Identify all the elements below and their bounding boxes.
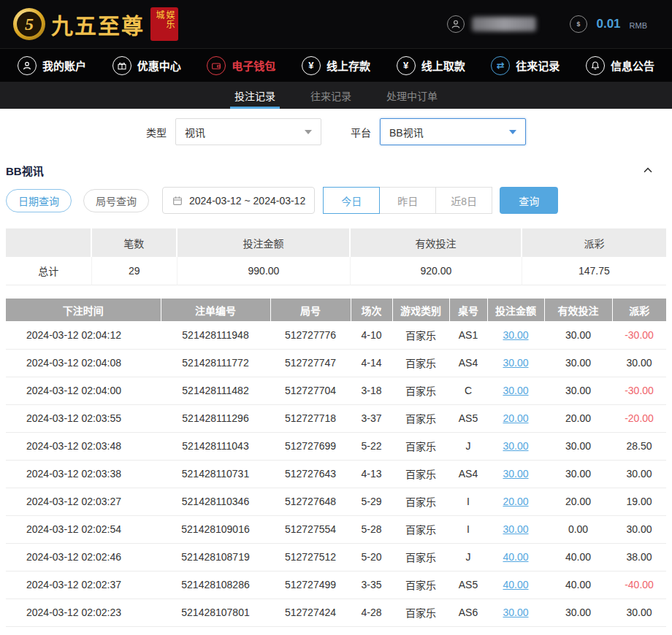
cell-game-type: 百家乐 <box>392 432 449 460</box>
cell-bet-amount[interactable]: 30.00 <box>487 377 544 404</box>
nav-item-announcements[interactable]: 信息公告 <box>586 56 654 75</box>
section-title: BB视讯 <box>6 163 44 178</box>
round-query-button[interactable]: 局号查询 <box>83 189 149 212</box>
table-row: 2024-03-12 02:03:55521428111296512727718… <box>6 404 666 432</box>
cell-round-no: 512727554 <box>270 515 351 543</box>
summary-total-row: 总计 29 990.00 920.00 147.75 <box>6 257 666 285</box>
cell-session: 5-22 <box>351 432 392 460</box>
filter-row: 类型 视讯 平台 BB视讯 <box>0 109 672 155</box>
tab-transaction-records[interactable]: 往来记录 <box>309 82 353 109</box>
header-bet-id: 注单编号 <box>161 299 270 321</box>
table-row: 2024-03-12 02:03:48521428111043512727699… <box>6 432 666 460</box>
nav-item-promotions[interactable]: 优惠中心 <box>112 56 181 75</box>
cell-payout: 19.00 <box>612 488 666 515</box>
table-row: 2024-03-12 02:02:54521428109016512727554… <box>6 515 666 543</box>
cell-round-no: 512727747 <box>270 349 351 377</box>
platform-label: 平台 <box>351 125 371 139</box>
wallet-icon <box>207 56 226 75</box>
cell-table-no: AS4 <box>449 460 487 488</box>
cell-valid-bet: 40.00 <box>544 571 612 599</box>
cell-game-type: 百家乐 <box>392 543 449 571</box>
date-range-input[interactable]: 2024-03-12 ~ 2024-03-12 <box>162 187 315 214</box>
cell-bet-id: 521428111948 <box>161 321 270 349</box>
nav-label: 往来记录 <box>516 58 560 73</box>
cell-bet-amount[interactable]: 20.00 <box>487 488 544 515</box>
cell-valid-bet: 0.00 <box>544 515 612 543</box>
cell-bet-amount[interactable]: 30.00 <box>487 321 544 349</box>
cell-bet-id: 521428110346 <box>161 488 270 515</box>
nav-label: 信息公告 <box>611 58 654 73</box>
tab-bet-records[interactable]: 投注记录 <box>233 82 277 109</box>
cell-session: 5-28 <box>351 515 392 543</box>
cell-round-no: 512727699 <box>270 432 351 460</box>
nav-item-ewallet[interactable]: 电子钱包 <box>207 56 275 75</box>
cell-bet-id: 521428109016 <box>161 515 270 543</box>
withdraw-icon: ¥ <box>397 56 416 75</box>
nav-item-my-account[interactable]: 我的账户 <box>18 56 86 75</box>
tab-processing-orders[interactable]: 处理中订单 <box>385 82 439 109</box>
cell-bet-amount[interactable]: 30.00 <box>487 599 544 626</box>
brand-badge: 娱乐城 <box>150 7 178 41</box>
main-nav: 我的账户 优惠中心 电子钱包 ¥ 线上存款 ¥ 线上取款 ⇄ 往来记录 信息公告 <box>0 48 672 82</box>
yesterday-button[interactable]: 昨日 <box>379 187 436 214</box>
cell-table-no: I <box>449 515 487 543</box>
summary-header-count: 笔数 <box>92 228 178 257</box>
cell-bet-id: 521428108719 <box>161 543 270 571</box>
cell-session: 3-35 <box>351 571 392 599</box>
header-valid-bet: 有效投注 <box>544 299 612 321</box>
cell-bet-amount[interactable]: 30.00 <box>487 432 544 460</box>
site-logo[interactable]: 5 九五至尊 娱乐城 <box>13 7 178 41</box>
cell-bet-amount[interactable]: 30.00 <box>487 515 544 543</box>
nav-label: 电子钱包 <box>232 58 275 73</box>
type-select[interactable]: 视讯 <box>175 118 321 145</box>
deposit-icon: ¥ <box>302 56 321 75</box>
cell-valid-bet: 30.00 <box>544 349 612 377</box>
cell-table-no: AS5 <box>449 571 487 599</box>
top-header: 5 九五至尊 娱乐城 $ 0.01 RMB <box>0 0 672 48</box>
nav-item-deposit[interactable]: ¥ 线上存款 <box>302 56 370 75</box>
platform-select[interactable]: BB视讯 <box>380 118 526 145</box>
cell-payout: -30.00 <box>612 377 666 404</box>
cell-game-type: 百家乐 <box>392 404 449 432</box>
header-bet-amount: 投注金额 <box>487 299 544 321</box>
cell-payout: -30.00 <box>612 321 666 349</box>
cell-round-no: 512727704 <box>270 377 351 404</box>
cell-valid-bet: 30.00 <box>544 599 612 626</box>
chevron-down-icon <box>305 130 312 134</box>
quick-range-group: 今日 昨日 近8日 <box>324 187 492 214</box>
cell-valid-bet: 30.00 <box>544 432 612 460</box>
cell-valid-bet: 30.00 <box>544 460 612 488</box>
cell-round-no: 512727424 <box>270 599 351 626</box>
summary-total-payout: 147.75 <box>522 257 666 285</box>
account-icon <box>18 56 37 75</box>
cell-bet-amount[interactable]: 40.00 <box>487 543 544 571</box>
section-head: BB视讯 <box>0 155 672 185</box>
logo-coin-icon: 5 <box>13 8 45 40</box>
user-avatar-icon[interactable] <box>447 15 465 33</box>
date-query-button[interactable]: 日期查询 <box>6 189 72 212</box>
last-8-days-button[interactable]: 近8日 <box>435 187 492 214</box>
nav-item-records[interactable]: ⇄ 往来记录 <box>491 56 560 75</box>
collapse-chevron-up-icon[interactable] <box>641 163 654 177</box>
cell-bet-amount[interactable]: 40.00 <box>487 571 544 599</box>
cell-session: 4-13 <box>351 460 392 488</box>
nav-item-withdraw[interactable]: ¥ 线上取款 <box>397 56 465 75</box>
header-payout: 派彩 <box>612 299 666 321</box>
date-range-value: 2024-03-12 ~ 2024-03-12 <box>189 195 305 207</box>
cell-bet-amount[interactable]: 30.00 <box>487 460 544 488</box>
cell-bet-id: 521428111043 <box>161 432 270 460</box>
table-header-row: 下注时间 注单编号 局号 场次 游戏类别 桌号 投注金额 有效投注 派彩 <box>6 299 666 321</box>
header-bet-time: 下注时间 <box>6 299 161 321</box>
cell-session: 3-37 <box>351 404 392 432</box>
table-row: 2024-03-12 02:04:12521428111948512727776… <box>6 321 666 349</box>
cell-bet-amount[interactable]: 30.00 <box>487 349 544 377</box>
search-button[interactable]: 查询 <box>500 187 558 214</box>
cell-bet-amount[interactable]: 20.00 <box>487 404 544 432</box>
today-button[interactable]: 今日 <box>323 187 380 214</box>
cell-bet-id: 521428108286 <box>161 571 270 599</box>
summary-total-label: 总计 <box>6 257 92 285</box>
table-row: 2024-03-12 02:03:27521428110346512727648… <box>6 488 666 515</box>
cell-game-type: 百家乐 <box>392 488 449 515</box>
cell-table-no: I <box>449 488 487 515</box>
cell-table-no: C <box>449 377 487 404</box>
